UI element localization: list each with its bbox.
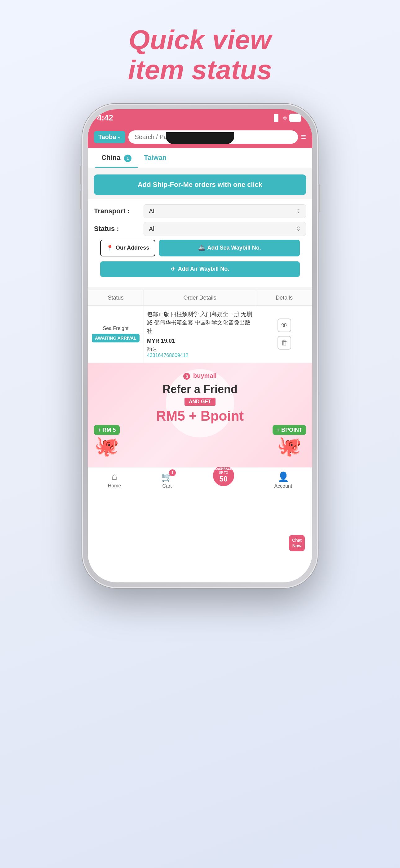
banner-and-get: AND GET [185,398,215,406]
order-tracking[interactable]: 433164768609412 [147,353,253,358]
order-status-cell: Sea Freight AWAITING ARRIVAL [88,306,144,363]
character-right: 🐙 [272,435,306,458]
tab-china-badge: 1 [124,155,131,162]
add-sea-waybill-button[interactable]: 🚢 Add Sea Waybill No. [159,240,300,256]
tab-china[interactable]: China 1 [95,148,138,168]
our-address-button[interactable]: 📍 Our Address [100,240,155,256]
col-details: Details [256,290,312,306]
store-name: Taoba [98,133,116,141]
order-actions-cell: 👁 🗑 [256,306,312,363]
cashback-label: CASHBACK [214,467,232,471]
logo-dot: b [183,373,190,380]
order-price: MYR 19.01 [147,338,253,344]
banner-reward: RM5 + Bpoint [94,408,306,424]
freight-type: Sea Freight [103,326,129,331]
transport-select[interactable]: All ⇕ [143,204,306,218]
character-left: 🐙 [94,435,120,458]
action-buttons-row: 📍 Our Address 🚢 Add Sea Waybill No. [94,240,306,261]
table-row: Sea Freight AWAITING ARRIVAL 包邮正版 四柱预测学 … [88,306,312,363]
status-arrow-icon: ⇕ [296,225,301,232]
banner-content: b buymall Refer a Friend AND GET RM5 + B… [94,372,306,458]
cart-badge: 1 [169,469,176,476]
chat-now-button[interactable]: Chat Now [289,535,305,551]
phone-mockup: 4:42 ▐▌ ⌾ 80 Taoba ⌄ ≡ China 1 [82,104,318,588]
add-air-waybill-button[interactable]: ✈ Add Air Waybill No. [100,261,300,277]
account-icon: 👤 [277,471,289,482]
phone-screen: 4:42 ▐▌ ⌾ 80 Taoba ⌄ ≡ China 1 [88,109,312,582]
filters-section: Transport : All ⇕ Status : All ⇕ [88,199,312,287]
cashback-number: 50 [219,475,228,484]
transport-label: Transport : [94,207,143,215]
volume-up-button [80,166,82,184]
status-bar: 4:42 ▐▌ ⌾ 80 [88,109,312,127]
tab-taiwan-label: Taiwan [144,154,167,161]
cashback-button[interactable]: CASHBACK UP TO 50 [213,465,234,486]
col-status: Status [88,290,144,306]
plane-icon: ✈ [171,266,175,273]
status-badge: AWAITING ARRIVAL [92,334,139,342]
nav-account[interactable]: 👤 Account [274,471,292,489]
signal-icon: ▐▌ [272,114,280,121]
status-select[interactable]: All ⇕ [143,222,306,236]
bpoint-badge: + BPOINT 🐙 [272,427,306,458]
ship-icon: 🚢 [198,245,205,251]
battery-indicator: 80 [289,114,301,122]
store-selector[interactable]: Taoba ⌄ [94,131,125,143]
col-order-details: Order Details [144,290,256,306]
banner-title: Refer a Friend [94,383,306,396]
status-value: All [149,225,156,232]
app-content: China 1 Taiwan Add Ship-For-Me orders wi… [88,148,312,495]
nav-cashback[interactable]: CASHBACK UP TO 50 [213,471,234,489]
rm5-badge: + RM 5 🐙 [94,427,120,458]
location-icon: 📍 [106,245,113,251]
ship-for-me-button[interactable]: Add Ship-For-Me orders with one click [94,175,306,195]
power-button [318,184,320,212]
order-details-cell: 包邮正版 四柱预测学 入门释疑全三册 无删减 邵伟华书籍全套 中国科学文化音像出… [144,306,256,363]
hamburger-menu-icon[interactable]: ≡ [301,132,306,142]
view-icon[interactable]: 👁 [277,318,291,332]
wifi-icon: ⌾ [283,114,287,121]
nav-cart-label: Cart [163,483,172,489]
transport-filter-row: Transport : All ⇕ [94,204,306,218]
logo-text: buymall [193,372,217,379]
home-icon: ⌂ [112,471,117,482]
tab-china-label: China [101,154,120,161]
delete-icon[interactable]: 🗑 [277,336,291,349]
order-carrier: 韵达 [147,346,253,353]
nav-cart[interactable]: 🛒 1 Cart [161,471,173,489]
status-icons: ▐▌ ⌾ 80 [272,114,301,122]
tabs-row: China 1 Taiwan [88,148,312,168]
headline-line1: Quick view [128,25,272,55]
order-description: 包邮正版 四柱预测学 入门释疑全三册 无删减 邵伟华书籍全套 中国科学文化音像出… [147,310,253,335]
bottom-nav: ⌂ Home 🛒 1 Cart CASHBACK UP TO 50 [88,467,312,495]
status-filter-row: Status : All ⇕ [94,222,306,236]
transport-arrow-icon: ⇕ [296,208,301,215]
nav-home[interactable]: ⌂ Home [108,471,121,489]
cart-wrapper: 🛒 1 [161,471,173,482]
banner-characters: + RM 5 🐙 + BPOINT 🐙 [94,427,306,458]
add-sea-label: Add Sea Waybill No. [207,245,261,251]
nav-account-label: Account [274,483,292,489]
bpoint-label: + BPOINT [272,425,306,435]
page-title: Quick view item status [128,25,272,85]
headline-line2: item status [128,55,272,85]
status-label: Status : [94,225,143,233]
nav-home-label: Home [108,483,121,489]
table-header: Status Order Details Details [88,290,312,306]
cashback-upto: UP TO [219,471,228,475]
transport-value: All [149,208,156,215]
add-air-label: Add Air Waybill No. [178,266,229,272]
rm5-label: + RM 5 [94,425,120,435]
our-address-label: Our Address [116,245,149,251]
notch [166,132,234,144]
volume-down-button [80,191,82,209]
chevron-down-icon: ⌄ [117,134,121,140]
buymall-logo: b buymall [94,372,306,380]
tab-taiwan[interactable]: Taiwan [138,148,173,167]
referral-banner[interactable]: b buymall Refer a Friend AND GET RM5 + B… [88,363,312,467]
